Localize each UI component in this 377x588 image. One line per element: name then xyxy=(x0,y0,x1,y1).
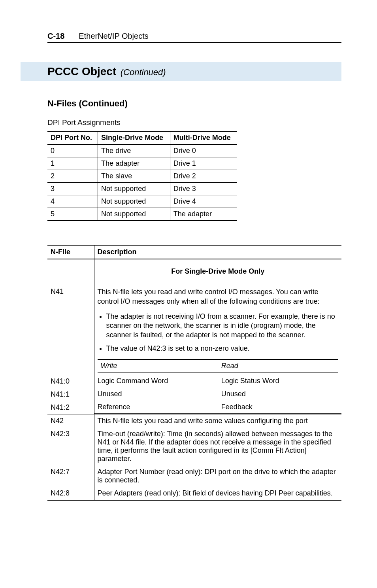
col-header: Read xyxy=(218,359,338,372)
cell: Reference xyxy=(94,401,218,414)
cell-nfile: N41 xyxy=(47,285,94,375)
banner-continued: (Continued) xyxy=(121,67,166,77)
table-row: N42:3 Time-out (read/write): Time (in se… xyxy=(47,427,341,465)
cell: Adapter Port Number (read only): DPI por… xyxy=(94,465,341,487)
page-header: C-18 EtherNet/IP Objects xyxy=(47,32,341,43)
cell-nfile: N41:0 xyxy=(47,375,94,388)
write-read-table: Write Read xyxy=(98,359,339,372)
cell: 3 xyxy=(47,183,98,195)
table-row: 3Not supportedDrive 3 xyxy=(47,183,237,195)
cell: Feedback xyxy=(218,401,341,414)
cell: Drive 1 xyxy=(170,157,237,170)
table-row: N41:1 UnusedUnused xyxy=(47,388,341,401)
cell: 2 xyxy=(47,170,98,183)
col-header: N-File xyxy=(47,245,94,259)
cell: Not supported xyxy=(98,208,170,221)
cell: For Single-Drive Mode Only xyxy=(94,259,341,285)
cell-nfile: N42:3 xyxy=(47,427,94,465)
col-header: Write xyxy=(98,359,218,372)
cell xyxy=(47,259,94,285)
page-number: C-18 xyxy=(47,32,64,41)
table-row: N41 This N-file lets you read and write … xyxy=(47,285,341,375)
table-row: N41:0 Logic Command WordLogic Status Wor… xyxy=(47,375,341,388)
cell: Drive 2 xyxy=(170,170,237,183)
paragraph: This N-file lets you read and write cont… xyxy=(98,287,339,306)
table-header-row: DPI Port No. Single-Drive Mode Multi-Dri… xyxy=(47,131,237,144)
cell: This N-file lets you read and write some… xyxy=(94,414,341,427)
cell: The drive xyxy=(98,144,170,157)
table-row: 2The slaveDrive 2 xyxy=(47,170,237,183)
cell: ReferenceFeedback xyxy=(94,401,341,414)
table-row: N42:7 Adapter Port Number (read only): D… xyxy=(47,465,341,487)
table-row: 4Not supportedDrive 4 xyxy=(47,195,237,208)
table-row: 5Not supportedThe adapter xyxy=(47,208,237,221)
cell: Time-out (read/write): Time (in seconds)… xyxy=(94,427,341,465)
cell: Unused xyxy=(94,388,218,400)
cell: Drive 0 xyxy=(170,144,237,157)
cell: Unused xyxy=(218,388,341,400)
col-header: DPI Port No. xyxy=(47,131,98,144)
cell: 0 xyxy=(47,144,98,157)
single-mode-heading: For Single-Drive Mode Only xyxy=(98,262,339,283)
cell-nfile: N42:8 xyxy=(47,487,94,500)
cell: Peer Adapters (read only): Bit field of … xyxy=(94,487,341,500)
list-item: The adapter is not receiving I/O from a … xyxy=(106,312,339,340)
table-row: 1The adapterDrive 1 xyxy=(47,157,237,170)
list-item: The value of N42:3 is set to a non-zero … xyxy=(106,344,339,354)
table-row: 0The driveDrive 0 xyxy=(47,144,237,157)
col-header: Single-Drive Mode xyxy=(98,131,170,144)
cell-nfile: N41:2 xyxy=(47,401,94,414)
cell: The adapter xyxy=(170,208,237,221)
cell-nfile: N42 xyxy=(47,414,94,427)
chapter-title: EtherNet/IP Objects xyxy=(79,32,148,41)
banner-title: PCCC Object xyxy=(47,65,116,78)
cell: The adapter xyxy=(98,157,170,170)
cell: The slave xyxy=(98,170,170,183)
cell-nfile: N42:7 xyxy=(47,465,94,487)
cell: 5 xyxy=(47,208,98,221)
page-root: C-18 EtherNet/IP Objects PCCC Object (Co… xyxy=(0,0,377,524)
section-banner: PCCC Object (Continued) xyxy=(21,62,341,81)
cell: Logic Status Word xyxy=(218,375,341,387)
cell: UnusedUnused xyxy=(94,388,341,401)
section-heading: N-Files (Continued) xyxy=(47,98,341,109)
cell: Not supported xyxy=(98,183,170,195)
table-header-row: Write Read xyxy=(98,359,339,372)
cell: 1 xyxy=(47,157,98,170)
table-row: N42:8 Peer Adapters (read only): Bit fie… xyxy=(47,487,341,500)
cell: Logic Command WordLogic Status Word xyxy=(94,375,341,388)
cell: Drive 4 xyxy=(170,195,237,208)
table-row: N41:2 ReferenceFeedback xyxy=(47,401,341,414)
table-header-row: N-File Description xyxy=(47,245,341,259)
cell-nfile: N41:1 xyxy=(47,388,94,401)
bullet-list: The adapter is not receiving I/O from a … xyxy=(98,312,339,354)
cell: This N-file lets you read and write cont… xyxy=(94,285,341,375)
col-header: Multi-Drive Mode xyxy=(170,131,237,144)
ports-table: DPI Port No. Single-Drive Mode Multi-Dri… xyxy=(47,131,237,221)
cell: Not supported xyxy=(98,195,170,208)
table-row: For Single-Drive Mode Only xyxy=(47,259,341,285)
cell: 4 xyxy=(47,195,98,208)
sub-heading: DPI Port Assignments xyxy=(47,118,341,127)
col-header: Description xyxy=(94,245,341,259)
cell: Logic Command Word xyxy=(94,375,218,387)
cell: Drive 3 xyxy=(170,183,237,195)
description-table: N-File Description For Single-Drive Mode… xyxy=(47,245,341,501)
table-row: N42 This N-file lets you read and write … xyxy=(47,414,341,427)
